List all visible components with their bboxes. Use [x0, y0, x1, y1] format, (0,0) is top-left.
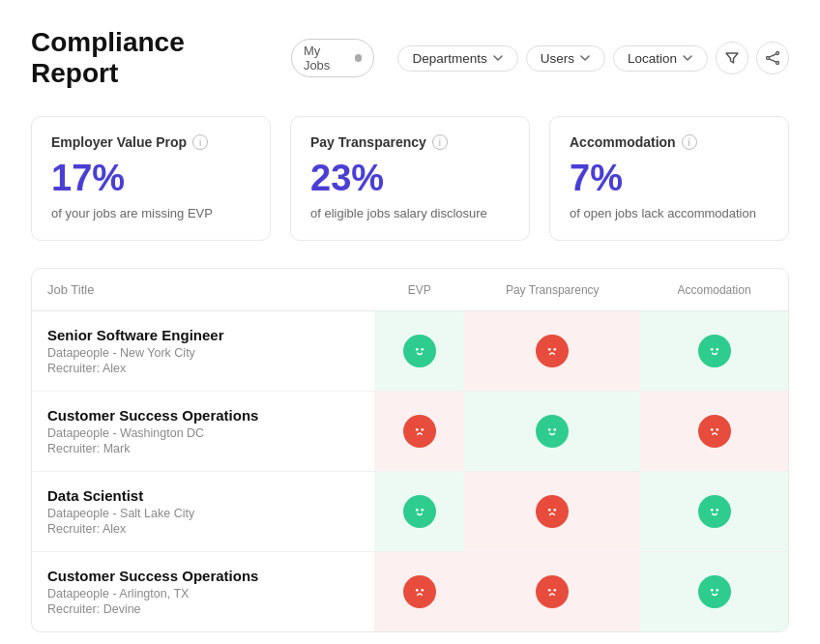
accommodation-card-value: 7%	[570, 160, 769, 196]
accommodation-card-desc: of open jobs lack accommodation	[570, 206, 769, 220]
status-face-icon	[403, 495, 436, 528]
evp-info-icon[interactable]: i	[192, 134, 208, 150]
svg-point-23	[410, 502, 429, 521]
svg-point-1	[776, 62, 779, 65]
jobs-table-container: Job Title EVP Pay Transparency Accomodat…	[31, 268, 789, 632]
status-cell-payTransparency	[464, 392, 640, 472]
status-cell-evp	[374, 311, 464, 392]
job-title-name: Data Scientist	[47, 487, 359, 504]
job-recruiter: Recruiter: Alex	[47, 522, 359, 536]
svg-line-3	[769, 54, 776, 57]
pay-transparency-info-icon[interactable]: i	[432, 134, 448, 150]
accommodation-card: Accommodation i 7% of open jobs lack acc…	[549, 116, 789, 241]
chevron-down-icon	[579, 52, 591, 64]
status-cell-evp	[374, 472, 464, 552]
svg-point-24	[416, 509, 419, 512]
svg-point-29	[705, 502, 724, 521]
col-evp: EVP	[374, 269, 464, 311]
job-recruiter: Recruiter: Mark	[47, 442, 359, 455]
svg-point-28	[554, 509, 557, 512]
svg-point-14	[410, 422, 429, 441]
svg-point-18	[548, 428, 551, 431]
accommodation-card-title: Accommodation	[570, 134, 676, 150]
job-recruiter: Recruiter: Alex	[47, 362, 359, 375]
location-filter[interactable]: Location	[613, 45, 708, 72]
status-cell-payTransparency	[464, 552, 640, 632]
table-row: Data Scientist Datapeople - Salt Lake Ci…	[32, 472, 788, 552]
summary-cards: Employer Value Prop i 17% of your jobs a…	[31, 116, 789, 241]
job-company: Datapeople - Arlington, TX	[47, 587, 359, 600]
job-title-cell: Data Scientist Datapeople - Salt Lake Ci…	[32, 472, 374, 552]
header: Compliance Report My Jobs Departments Us…	[31, 27, 789, 89]
svg-point-27	[548, 509, 551, 512]
status-face-icon	[536, 495, 569, 528]
svg-point-16	[421, 428, 424, 431]
job-title-name: Customer Success Operations	[47, 568, 359, 584]
filter-buttons: Departments Users Location	[397, 42, 789, 74]
status-cell-accommodation	[640, 472, 788, 552]
status-cell-accommodation	[640, 552, 788, 632]
evp-card-value: 17%	[51, 160, 250, 196]
job-company: Datapeople - Washington DC	[47, 426, 359, 440]
status-face-icon	[698, 495, 731, 528]
status-face-icon	[698, 575, 731, 608]
evp-card-title: Employer Value Prop	[51, 134, 187, 150]
my-jobs-badge[interactable]: My Jobs	[291, 39, 375, 77]
job-company: Datapeople - Salt Lake City	[47, 507, 359, 520]
my-jobs-dot	[355, 54, 363, 62]
status-cell-evp	[374, 552, 464, 632]
job-title-name: Senior Software Engineer	[47, 327, 359, 343]
svg-point-35	[542, 582, 562, 601]
job-company: Datapeople - New York City	[47, 346, 359, 360]
svg-point-21	[711, 428, 714, 431]
job-title-name: Customer Success Operations	[47, 407, 359, 424]
svg-point-31	[716, 509, 718, 512]
col-job-title: Job Title	[32, 269, 374, 311]
svg-point-22	[716, 428, 718, 431]
svg-point-32	[410, 582, 429, 601]
status-face-icon	[536, 575, 569, 608]
status-face-icon	[536, 335, 569, 367]
status-face-icon	[403, 415, 436, 448]
table-row: Senior Software Engineer Datapeople - Ne…	[32, 311, 788, 392]
pay-transparency-card: Pay Transparency i 23% of eligible jobs …	[290, 116, 530, 241]
svg-point-5	[410, 341, 429, 361]
evp-card-desc: of your jobs are missing EVP	[51, 206, 250, 220]
svg-line-4	[769, 59, 776, 62]
pay-transparency-card-desc: of eligible jobs salary disclosure	[310, 206, 510, 220]
svg-point-34	[421, 589, 424, 592]
svg-point-15	[416, 428, 419, 431]
svg-point-17	[542, 422, 562, 441]
filter-icon-button[interactable]	[716, 42, 748, 74]
share-icon-button[interactable]	[756, 42, 789, 74]
status-cell-payTransparency	[464, 311, 640, 392]
accommodation-info-icon[interactable]: i	[682, 134, 697, 150]
my-jobs-label: My Jobs	[304, 44, 350, 73]
svg-point-0	[776, 52, 779, 55]
job-recruiter: Recruiter: Devine	[47, 602, 359, 616]
page-container: Compliance Report My Jobs Departments Us…	[0, 0, 820, 644]
svg-point-39	[711, 589, 714, 592]
table-header-row: Job Title EVP Pay Transparency Accomodat…	[32, 269, 788, 311]
status-cell-payTransparency	[464, 472, 640, 552]
svg-point-38	[705, 582, 724, 601]
status-face-icon	[698, 415, 731, 448]
status-face-icon	[536, 415, 569, 448]
svg-point-13	[716, 348, 718, 351]
departments-filter[interactable]: Departments	[397, 45, 517, 72]
svg-point-6	[416, 348, 419, 351]
svg-point-19	[554, 428, 557, 431]
svg-point-9	[548, 348, 551, 351]
col-accommodation: Accomodation	[640, 269, 788, 311]
users-filter[interactable]: Users	[526, 45, 605, 72]
svg-point-8	[542, 341, 562, 361]
status-cell-evp	[374, 392, 464, 472]
job-title-cell: Customer Success Operations Datapeople -…	[32, 392, 374, 472]
share-icon	[765, 50, 780, 66]
page-title: Compliance Report	[31, 27, 276, 89]
svg-point-11	[705, 341, 724, 361]
svg-point-7	[421, 348, 424, 351]
chevron-down-icon	[492, 52, 504, 64]
col-pay-transparency: Pay Transparency	[464, 269, 640, 311]
chevron-down-icon	[682, 52, 693, 64]
